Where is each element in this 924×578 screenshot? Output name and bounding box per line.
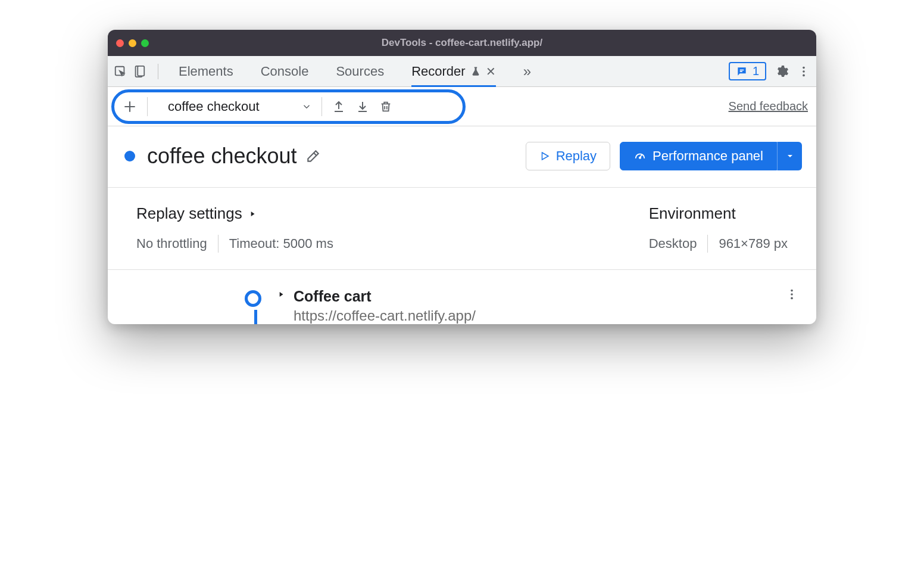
recording-title: coffee checkout [147, 144, 297, 169]
tab-console[interactable]: Console [261, 64, 309, 79]
step-menu-icon[interactable] [785, 288, 798, 301]
main-tab-bar: Elements Console Sources Recorder ✕ » 1 [108, 56, 816, 87]
window-title: DevTools - coffee-cart.netlify.app/ [108, 37, 816, 49]
svg-point-5 [803, 66, 805, 69]
tab-recorder[interactable]: Recorder ✕ [411, 64, 495, 87]
svg-point-11 [791, 297, 793, 300]
chevron-down-icon [301, 101, 312, 112]
step-node-icon [245, 290, 261, 307]
tab-elements[interactable]: Elements [179, 64, 233, 79]
replay-button-label: Replay [556, 148, 597, 164]
kebab-menu-icon[interactable] [797, 65, 810, 78]
viewport-value: 961×789 px [719, 236, 788, 251]
step-connector [254, 310, 257, 324]
play-icon [539, 151, 550, 161]
edit-title-icon[interactable] [305, 148, 321, 164]
svg-point-7 [803, 74, 805, 76]
export-icon[interactable] [332, 100, 346, 114]
divider [158, 64, 158, 79]
divider [147, 97, 148, 116]
svg-rect-4 [740, 71, 742, 72]
message-icon [736, 66, 748, 77]
divider [218, 235, 218, 253]
divider [321, 97, 322, 116]
performance-panel-label: Performance panel [653, 148, 763, 164]
gear-icon[interactable] [775, 64, 789, 79]
replay-settings-heading[interactable]: Replay settings [136, 204, 613, 223]
status-dot-icon [124, 151, 135, 161]
flask-icon [470, 66, 481, 77]
svg-point-6 [803, 70, 805, 73]
issues-badge[interactable]: 1 [729, 62, 766, 80]
tab-sources[interactable]: Sources [336, 64, 384, 79]
recording-selector-label: coffee checkout [168, 99, 260, 114]
svg-rect-3 [740, 69, 744, 70]
recorder-toolbar: coffee checkout Send feedback [108, 87, 816, 126]
device-value: Desktop [649, 236, 697, 251]
issues-count: 1 [753, 64, 759, 78]
import-icon[interactable] [355, 100, 370, 114]
svg-point-10 [791, 293, 793, 296]
title-bar: DevTools - coffee-cart.netlify.app/ [108, 30, 816, 56]
devtools-window: DevTools - coffee-cart.netlify.app/ Elem… [108, 30, 816, 324]
close-tab-icon[interactable]: ✕ [486, 64, 496, 79]
throttling-value: No throttling [136, 236, 207, 251]
step-item[interactable]: Coffee cart https://coffee-cart.netlify.… [245, 288, 806, 324]
environment-heading: Environment [649, 204, 788, 223]
more-tabs-icon[interactable]: » [523, 63, 531, 80]
step-title: Coffee cart [294, 288, 476, 305]
inspect-icon[interactable] [114, 65, 127, 78]
delete-icon[interactable] [379, 100, 392, 114]
steps-list: Coffee cart https://coffee-cart.netlify.… [108, 270, 816, 324]
svg-point-9 [791, 290, 793, 292]
timeout-value: Timeout: 5000 ms [229, 236, 333, 251]
new-recording-button[interactable] [122, 99, 138, 114]
caret-right-icon [248, 210, 257, 218]
replay-settings-label: Replay settings [136, 204, 242, 223]
settings-section: Replay settings No throttling Timeout: 5… [108, 188, 816, 270]
svg-rect-2 [138, 66, 144, 76]
recording-selector[interactable]: coffee checkout [168, 99, 312, 114]
performance-panel-dropdown[interactable] [777, 142, 802, 170]
divider [707, 235, 708, 253]
caret-down-icon [785, 151, 795, 161]
svg-point-8 [639, 157, 641, 159]
tab-recorder-label: Recorder [411, 64, 465, 79]
recording-header: coffee checkout Replay Performance panel [108, 126, 816, 188]
gauge-icon [633, 150, 647, 163]
performance-panel-button[interactable]: Performance panel [620, 142, 777, 170]
send-feedback-link[interactable]: Send feedback [729, 100, 808, 113]
step-url: https://coffee-cart.netlify.app/ [294, 307, 476, 324]
replay-button[interactable]: Replay [526, 142, 610, 170]
caret-right-icon[interactable] [277, 290, 285, 324]
device-toggle-icon[interactable] [133, 65, 146, 78]
